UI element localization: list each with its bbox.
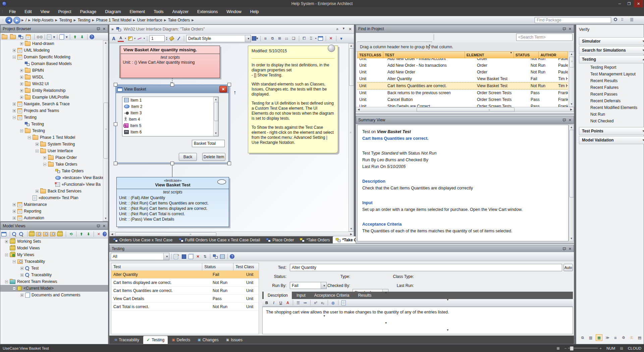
selection-handle[interactable] bbox=[114, 122, 117, 126]
section-test-points[interactable]: Test Points▼ bbox=[579, 127, 644, 135]
move-up-icon[interactable]: ⬆ bbox=[78, 231, 85, 237]
tree-item[interactable]: Working Sets bbox=[0, 238, 108, 245]
testcase-element[interactable]: «testcase» View Basket Test test scripts… bbox=[116, 177, 229, 227]
tab-changes[interactable]: ▣Changes bbox=[194, 336, 222, 344]
format-painter-icon[interactable] bbox=[169, 36, 175, 42]
tree-item[interactable]: Back End Services bbox=[0, 188, 103, 194]
tab-traceability[interactable]: ⧉Traceability bbox=[111, 336, 143, 344]
column-status[interactable]: STATUS bbox=[514, 51, 539, 59]
selection-handle[interactable] bbox=[170, 162, 174, 165]
column-element[interactable]: ELEMENT bbox=[465, 51, 514, 59]
key-icon[interactable]: ⚿ bbox=[629, 335, 635, 341]
close-diagram-icon[interactable]: ✕ bbox=[348, 27, 352, 32]
tab-take-orders[interactable]: *Take Orders bbox=[297, 236, 333, 244]
align-left-icon[interactable]: ⧈ bbox=[263, 36, 269, 42]
tree-item[interactable]: Automation bbox=[0, 215, 103, 221]
tree-item[interactable]: System Testing bbox=[0, 141, 103, 148]
gear-icon[interactable]: ⚙ bbox=[621, 335, 627, 341]
selection-handle[interactable] bbox=[114, 162, 117, 165]
menu-file[interactable]: File bbox=[5, 7, 20, 16]
align-right-icon[interactable]: ⧉ bbox=[270, 36, 276, 42]
tab-issues[interactable]: ▣Issues bbox=[223, 336, 246, 344]
tree-item[interactable]: Test bbox=[0, 265, 108, 272]
help-icon[interactable]: ? bbox=[90, 35, 94, 39]
save-style-icon[interactable]: ▾ bbox=[252, 36, 258, 42]
tree-item[interactable]: Testing bbox=[0, 127, 103, 134]
verify-item-recent-results[interactable]: Recent Results bbox=[590, 78, 618, 83]
tree-item[interactable]: Place Order bbox=[0, 154, 103, 161]
delete-icon[interactable]: ✕ bbox=[328, 36, 334, 42]
search-icon[interactable] bbox=[614, 18, 617, 21]
italic-icon[interactable]: I bbox=[271, 300, 277, 306]
column-status[interactable]: Status bbox=[202, 263, 233, 271]
menu-help[interactable]: Help bbox=[246, 7, 263, 16]
table-row[interactable]: UnitBack returns to the previous screenO… bbox=[357, 90, 568, 96]
pin-icon[interactable] bbox=[97, 224, 100, 228]
tab-description[interactable]: Description bbox=[264, 292, 292, 299]
bullet-list-icon[interactable]: ☰ bbox=[295, 300, 301, 306]
hyperlink-globe-icon[interactable]: ◍ bbox=[330, 300, 336, 306]
menu-project[interactable]: Project bbox=[54, 7, 76, 16]
tree-item[interactable]: Take Orders bbox=[0, 168, 103, 174]
refresh-icon[interactable]: ⟲ bbox=[68, 231, 74, 237]
layout-tools-icon[interactable]: ⧠ bbox=[301, 36, 307, 42]
new-diagram-icon[interactable] bbox=[18, 34, 25, 40]
column-testclass[interactable]: TESTCLASS bbox=[357, 51, 383, 59]
search-term-input[interactable]: <Search Term> bbox=[516, 34, 573, 41]
filter-icon[interactable]: ▼ bbox=[338, 36, 344, 42]
tab-input[interactable]: Input bbox=[292, 292, 310, 299]
close-button[interactable]: ✕ bbox=[634, 0, 643, 7]
help-icon[interactable]: ? bbox=[103, 232, 107, 236]
verify-item-recent-passes[interactable]: Recent Passes bbox=[590, 92, 618, 97]
save-icon[interactable] bbox=[181, 253, 187, 259]
column-author[interactable]: AUTHOR bbox=[539, 51, 568, 59]
section-simulator[interactable]: Simulator▼ bbox=[579, 37, 644, 45]
dialog-close-icon[interactable]: ✕ bbox=[219, 86, 227, 93]
tree-item[interactable]: My Views bbox=[0, 251, 108, 258]
collapse-strip-icon[interactable]: » bbox=[111, 27, 114, 32]
auto-button[interactable]: Auto bbox=[564, 264, 573, 271]
maximize-button[interactable]: ❐ bbox=[624, 0, 634, 7]
test-filter-combo[interactable]: All bbox=[111, 253, 169, 260]
copy-icon[interactable] bbox=[188, 253, 194, 259]
close-panel-icon[interactable]: ✕ bbox=[569, 118, 572, 122]
table-row[interactable]: UnitAdd New Order - Invalid AccountOrder… bbox=[357, 58, 568, 62]
layout-grid-icon[interactable] bbox=[219, 253, 225, 259]
eyedropper-icon[interactable] bbox=[176, 36, 182, 42]
new-slideshow-icon[interactable] bbox=[51, 231, 57, 237]
tree-item[interactable]: Traceability bbox=[0, 272, 108, 278]
test-row[interactable]: View Cart DetailsPassUnit bbox=[111, 295, 259, 303]
new-favorites-icon[interactable] bbox=[30, 231, 36, 237]
column-test[interactable]: Test bbox=[111, 263, 202, 271]
line-width-spinner[interactable]: 1 bbox=[149, 35, 165, 42]
breadcrumb-testing-2[interactable]: Testing bbox=[77, 18, 90, 22]
tree-item[interactable]: Recent Team Reviews bbox=[0, 278, 108, 285]
pin-icon[interactable] bbox=[97, 27, 100, 31]
book-icon[interactable]: ▤ bbox=[620, 346, 623, 350]
table-row[interactable]: UnitCancel ButtonOrder Screen TestsPassF… bbox=[357, 96, 568, 103]
tab-results[interactable]: Results bbox=[354, 292, 375, 299]
menu-view[interactable]: View bbox=[36, 7, 54, 16]
tree-item[interactable]: Phase 1 Test Model bbox=[0, 134, 103, 141]
breadcrumb-phase1[interactable]: Phase 1 Test Model bbox=[96, 18, 131, 22]
basket-total-field[interactable]: Basket Total bbox=[192, 140, 225, 147]
underline-icon[interactable]: U bbox=[278, 300, 284, 306]
view-basket-dialog[interactable]: View Basket ✕ Item 1 Item 2 Item 3 Item … bbox=[115, 84, 229, 163]
font-icon[interactable]: A bbox=[111, 36, 117, 42]
tree-item[interactable]: Model Views bbox=[0, 245, 108, 251]
sort-icon[interactable]: ⇅ bbox=[202, 253, 208, 259]
tree-item[interactable]: BPMN bbox=[0, 67, 103, 74]
note-element[interactable]: Modified: 5/10/2015 In order to display … bbox=[248, 46, 338, 153]
font-color-icon[interactable]: A bbox=[285, 300, 291, 306]
workspace-icon[interactable]: ⧉ bbox=[580, 335, 586, 341]
views-stack-icon[interactable] bbox=[58, 231, 64, 237]
collapse-panel-icon[interactable]: « bbox=[335, 28, 340, 31]
tab-fulfill-orders[interactable]: Fulfill Orders Use Case x Test Case Deta… bbox=[176, 236, 263, 244]
same-size-icon[interactable]: ❏ bbox=[291, 36, 297, 42]
panel-menu-icon[interactable]: ▼ bbox=[342, 27, 345, 32]
menu-edit[interactable]: Edit bbox=[20, 7, 36, 16]
menu-package[interactable]: Package bbox=[75, 7, 101, 16]
test-row-selected[interactable]: Alter QuantityFailUnit bbox=[111, 271, 259, 279]
connector-line[interactable] bbox=[172, 163, 172, 177]
new-test-icon[interactable]: ✦ bbox=[174, 253, 180, 259]
